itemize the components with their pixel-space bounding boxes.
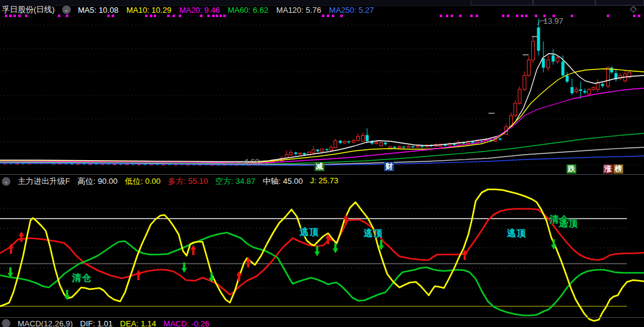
signal-text: 清仓 bbox=[72, 272, 91, 284]
ma-line-MA5 bbox=[0, 54, 644, 162]
signal-text: 逃顶 bbox=[299, 227, 319, 238]
collapse-chevron-icon[interactable]: ⌄ bbox=[2, 177, 10, 186]
indicator-legend-item: 高位: 90.00 bbox=[77, 176, 118, 187]
event-dot bbox=[459, 15, 462, 17]
candle-down bbox=[579, 90, 582, 91]
event-dot bbox=[446, 15, 448, 17]
event-dot bbox=[13, 15, 16, 17]
candle-up bbox=[375, 142, 378, 144]
panel-separator bbox=[0, 317, 644, 318]
event-dot bbox=[220, 15, 222, 17]
event-dot bbox=[207, 15, 210, 17]
macd-legend-item: DEA: 1.14 bbox=[120, 319, 156, 327]
event-dot bbox=[150, 15, 152, 17]
candle-down bbox=[499, 139, 502, 140]
candle-down bbox=[542, 58, 545, 68]
event-dot bbox=[507, 15, 509, 17]
event-dot bbox=[332, 15, 334, 17]
event-dot bbox=[145, 15, 148, 17]
event-dot bbox=[633, 15, 635, 17]
candle-up bbox=[398, 147, 401, 148]
indicator-legend-item: 主力进出升级F bbox=[18, 176, 70, 187]
candle-down bbox=[393, 147, 396, 148]
event-badge[interactable]: 财 bbox=[384, 162, 394, 171]
candle-down bbox=[562, 62, 565, 76]
candle-up bbox=[547, 60, 550, 68]
macd-legend-item: DIF: 1.01 bbox=[80, 319, 112, 327]
candle-up bbox=[575, 90, 578, 92]
event-dot bbox=[340, 15, 343, 17]
event-dot bbox=[167, 15, 170, 17]
event-dot bbox=[66, 15, 68, 17]
event-dot bbox=[5, 15, 7, 17]
event-dot bbox=[535, 15, 537, 17]
event-dot bbox=[107, 15, 110, 17]
event-dot bbox=[516, 15, 518, 17]
candle-down bbox=[566, 76, 569, 82]
event-dot bbox=[476, 15, 478, 17]
event-dot bbox=[173, 15, 175, 17]
candle-up bbox=[596, 83, 599, 90]
candle-down bbox=[610, 68, 614, 72]
candle-down bbox=[303, 153, 306, 155]
event-dot bbox=[502, 15, 504, 17]
event-dot bbox=[322, 15, 324, 17]
event-badge[interactable]: 减 bbox=[315, 162, 324, 171]
candle-up bbox=[299, 153, 302, 154]
event-badge[interactable]: 涨 bbox=[603, 164, 613, 174]
candle-up bbox=[334, 141, 337, 147]
event-dot bbox=[112, 15, 114, 17]
candle-down bbox=[295, 152, 298, 154]
candle-up bbox=[321, 149, 324, 152]
candle-down bbox=[402, 147, 406, 148]
event-badge[interactable]: 跌 bbox=[567, 164, 576, 174]
candle-up bbox=[523, 76, 526, 90]
candle-down bbox=[584, 91, 587, 93]
candle-down bbox=[552, 55, 555, 62]
event-dot bbox=[440, 15, 442, 17]
candle-down bbox=[453, 144, 456, 145]
candle-down bbox=[326, 149, 329, 150]
candle-down bbox=[571, 87, 574, 93]
indicator-header: ⌄ 主力进出升级F高位: 90.00低位: 0.00多方: 55.10空方: 3… bbox=[0, 176, 644, 187]
candle-up bbox=[312, 150, 315, 153]
indicator-legend-item: 空方: 34.87 bbox=[215, 176, 256, 187]
candle-up bbox=[290, 152, 293, 155]
candle-down bbox=[537, 27, 540, 51]
candle-up bbox=[357, 136, 360, 140]
candle-up bbox=[588, 90, 591, 94]
candle-up bbox=[330, 147, 333, 150]
candle-down bbox=[421, 146, 424, 147]
event-badge[interactable]: 榜 bbox=[614, 164, 623, 174]
candle-up bbox=[343, 141, 346, 143]
candle-up bbox=[518, 90, 521, 104]
candle-down bbox=[317, 150, 320, 152]
candle-up bbox=[417, 146, 420, 147]
event-dot bbox=[223, 15, 226, 17]
candle-up bbox=[592, 88, 595, 90]
macd-legend: MACD(12,26,9)DIF: 1.01DEA: 1.14MACD: -0.… bbox=[18, 319, 209, 327]
event-dot bbox=[470, 15, 473, 17]
price-label: ←4.68 bbox=[236, 157, 259, 166]
macd-legend-item: MACD(12,26,9) bbox=[18, 319, 73, 327]
buy-arrow-icon bbox=[191, 245, 196, 255]
indicator-legend-item: 多方: 55.10 bbox=[168, 176, 208, 187]
signal-text: 逃顶 bbox=[363, 228, 383, 239]
candle-up bbox=[556, 58, 559, 62]
macd-header: MACD(12,26,9)DIF: 1.01DEA: 1.14MACD: -0.… bbox=[0, 318, 644, 327]
candle-up bbox=[532, 41, 535, 60]
collapse-chevron-icon[interactable] bbox=[2, 319, 10, 327]
buy-arrow-icon bbox=[19, 231, 24, 242]
candle-down bbox=[348, 141, 351, 142]
event-dot bbox=[521, 15, 523, 17]
event-dot bbox=[607, 15, 609, 17]
trading-app-window: ◇ 孚日股份(日线) ⌄ MA5: 10.08MA10: 10.29MA20: … bbox=[0, 0, 644, 327]
candle-down bbox=[71, 164, 74, 164]
candle-down bbox=[384, 142, 387, 144]
signal-text: 逃顶 bbox=[507, 228, 526, 239]
event-dot bbox=[9, 15, 12, 17]
candle-up bbox=[514, 104, 517, 116]
candle-down bbox=[471, 142, 474, 143]
buy-arrow-icon bbox=[136, 270, 141, 280]
candle-down bbox=[366, 135, 369, 141]
